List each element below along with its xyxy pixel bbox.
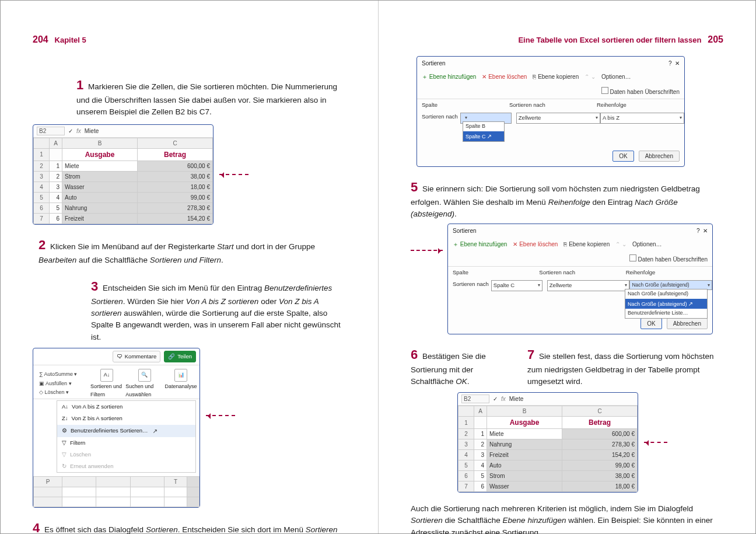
step-6: 6 Bestätigen Sie die Sortierung mit der … — [411, 345, 510, 388]
option-spalte-b[interactable]: Spalte B — [463, 122, 504, 131]
fx-icon: fx — [76, 127, 81, 135]
del-level-button[interactable]: ✕ Ebene löschen — [513, 240, 558, 249]
menu-reapply: ↻Erneut anwenden — [57, 460, 195, 472]
cancel-button[interactable]: Abbrechen — [667, 318, 708, 329]
order-options: Nach Größe (aufsteigend) Nach Größe (abs… — [625, 289, 708, 319]
callout-arrow — [219, 174, 249, 175]
option-desc[interactable]: Nach Größe (absteigend) — [625, 299, 707, 309]
column-dropdown[interactable]: Spalte C — [491, 280, 542, 291]
page-right: Eine Tabelle von Excel sortieren oder fi… — [378, 1, 755, 533]
chapter-label: Kapitel 5 — [55, 36, 86, 44]
step-text: Markieren Sie die Zellen, die Sie sortie… — [76, 82, 337, 116]
page-left: 204 Kapitel 5 1 Markieren Sie die Zellen… — [1, 1, 378, 533]
options-button[interactable]: Optionen… — [632, 240, 662, 249]
formula-bar: ✓fx Miete — [458, 393, 638, 406]
clear-item[interactable]: ◇ Löschen ▾ — [39, 388, 86, 397]
figure-sort-dialog-1: Sortieren? ✕ ＋ Ebene hinzufügen ✕ Ebene … — [416, 56, 685, 167]
figure-sort-dialog-2: Sortieren? ✕ ＋ Ebene hinzufügen ✕ Ebene … — [447, 224, 713, 334]
options-button[interactable]: Optionen… — [601, 72, 631, 81]
menu-clear: ▽Löschen — [57, 449, 195, 460]
sorton-dropdown[interactable]: Zellwerte — [516, 113, 600, 123]
excel-grid: ABC 1AusgabeBetrag 21Miete600,00 € 32Str… — [33, 138, 213, 224]
sorton-dropdown[interactable]: Zellwerte — [547, 280, 630, 291]
order-dropdown[interactable]: A bis Z — [600, 113, 684, 123]
sort-filter-button[interactable]: A↓Sortieren und Filtern — [90, 369, 123, 399]
step-number: 3 — [91, 279, 98, 294]
page-number: 204 — [33, 34, 48, 44]
step-2: 2 Klicken Sie im Menüband auf der Regist… — [38, 235, 346, 266]
steps-6-7: 6 Bestätigen Sie die Sortierung mit der … — [411, 345, 723, 388]
step-7: 7 Sie stellen fest, dass die Sortierung … — [527, 345, 723, 388]
sort-filter-menu: A↓Von A bis Z sortieren Z↓Von Z bis A so… — [57, 400, 196, 473]
figure-excel-sorted: ✓fx Miete ABC 1AusgabeBetrag 21Miete600,… — [457, 392, 638, 493]
figure-ribbon-menu: 🗨 Kommentare 🔗 Teilen ∑ AutoSumme ▾ ▣ Au… — [33, 348, 200, 508]
running-head-right: Eine Tabelle von Excel sortieren oder fi… — [518, 33, 723, 47]
ok-button[interactable]: OK — [640, 318, 662, 329]
fx-icon: fx — [501, 395, 506, 403]
copy-level-button[interactable]: ⎘ Ebene kopieren — [564, 240, 610, 249]
step-1: 1 Markieren Sie die Zellen, die Sie sort… — [76, 75, 346, 118]
dialog-controls: ? ✕ — [668, 59, 680, 68]
formula-bar: ✓fx Miete — [33, 125, 213, 138]
ok-button[interactable]: OK — [612, 151, 634, 162]
cell-ref-box[interactable] — [37, 127, 65, 135]
excel-grid: ABC 1AusgabeBetrag 21Miete600,00 € 32Nah… — [458, 406, 638, 492]
option-spalte-c[interactable]: Spalte C — [463, 131, 504, 142]
step-number: 2 — [38, 238, 46, 252]
data-analysis-button[interactable]: 📊Datenanalyse — [166, 369, 196, 399]
option-asc[interactable]: Nach Größe (aufsteigend) — [625, 289, 707, 299]
step-4: 4 Es öffnet sich das Dialogfeld Sortiere… — [33, 518, 346, 534]
section-title: Eine Tabelle von Excel sortieren oder fi… — [518, 36, 701, 44]
dialog-title: Sortieren — [453, 226, 477, 235]
menu-sort-az[interactable]: A↓Von A bis Z sortieren — [57, 401, 195, 413]
dialog-controls: ? ✕ — [696, 226, 708, 235]
page-number: 205 — [708, 34, 723, 44]
step-number: 7 — [527, 347, 534, 362]
cell-ref-box[interactable] — [461, 395, 489, 403]
book-spread: 204 Kapitel 5 1 Markieren Sie die Zellen… — [0, 0, 756, 534]
del-level-button[interactable]: ✕ Ebene löschen — [482, 72, 527, 81]
figure-excel-selection: ✓fx Miete ABC 1AusgabeBetrag 21Miete600,… — [33, 124, 214, 225]
fx-value: Miete — [85, 127, 99, 135]
dialog-title: Sortieren — [422, 59, 446, 68]
menu-filter[interactable]: ▽Filtern — [57, 437, 195, 449]
option-custom-list[interactable]: Benutzerdefinierte Liste… — [625, 309, 707, 318]
fill-item[interactable]: ▣ Ausfüllen ▾ — [39, 379, 86, 389]
share-button[interactable]: 🔗 Teilen — [164, 351, 196, 362]
callout-arrow — [206, 415, 235, 416]
closing-paragraph: Auch die Sortierung nach mehreren Kriter… — [411, 503, 723, 534]
callout-arrow — [411, 250, 443, 251]
step-5: 5 Sie erinnern sich: Die Sortierung soll… — [411, 177, 723, 221]
copy-level-button[interactable]: ⎘ Ebene kopieren — [533, 72, 579, 81]
comments-button[interactable]: 🗨 Kommentare — [113, 351, 160, 362]
add-level-button[interactable]: ＋ Ebene hinzufügen — [453, 240, 507, 249]
step-number: 6 — [411, 347, 418, 362]
step-number: 4 — [33, 521, 40, 534]
step-number: 5 — [411, 180, 418, 194]
find-select-button[interactable]: 🔍Suchen und Auswählen — [125, 369, 163, 399]
cancel-button[interactable]: Abbrechen — [639, 151, 680, 162]
headers-checkbox[interactable] — [601, 87, 608, 94]
callout-arrow — [644, 442, 667, 443]
menu-custom-sort[interactable]: ⚙Benutzerdefiniertes Sortieren… — [57, 425, 195, 437]
add-level-button[interactable]: ＋ Ebene hinzufügen — [422, 72, 476, 81]
column-options: Spalte B Spalte C — [463, 121, 505, 142]
step-3: 3 Entscheiden Sie sich im Menü für den E… — [91, 277, 346, 343]
step-number: 1 — [76, 78, 83, 92]
headers-checkbox[interactable] — [629, 254, 636, 261]
running-head-left: 204 Kapitel 5 — [33, 33, 86, 47]
autosum-item[interactable]: ∑ AutoSumme ▾ — [39, 370, 86, 379]
fx-value: Miete — [509, 395, 523, 403]
menu-sort-za[interactable]: Z↓Von Z bis A sortieren — [57, 413, 195, 424]
